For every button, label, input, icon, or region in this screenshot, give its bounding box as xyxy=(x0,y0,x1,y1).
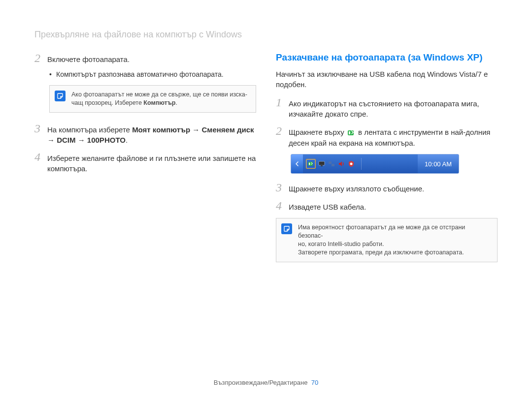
tray-chevron-icon xyxy=(291,154,303,173)
windows-system-tray: 10:00 AM xyxy=(291,154,459,174)
step-text: Щракнете върху в лентата с инструменти в… xyxy=(289,127,498,148)
svg-rect-4 xyxy=(319,161,325,165)
step-text: Изберете желаните файлове и ги плъзнете … xyxy=(47,153,256,174)
svg-rect-3 xyxy=(309,163,310,165)
step-number: 4 xyxy=(34,151,47,163)
note-line-2: чащ прозорец. Изберете Компютър. xyxy=(71,99,250,107)
tray-clock: 10:00 AM xyxy=(418,154,459,173)
document-page: Прехвърляне на файлове на компютър с Win… xyxy=(0,0,532,401)
left-column: 2 Включете фотоапарата. • Компютърът раз… xyxy=(34,52,256,272)
page-footer: Възпроизвеждане/Редактиране 70 xyxy=(0,379,532,386)
tray-divider xyxy=(361,158,362,170)
step-number: 1 xyxy=(276,96,289,108)
svg-rect-6 xyxy=(329,161,332,164)
step-text: На компютъра изберете Моят компютър → См… xyxy=(47,124,256,145)
step-number: 3 xyxy=(276,182,289,193)
footer-text: Възпроизвеждане/Редактиране xyxy=(214,379,308,386)
left-note-box: Ако фотоапаратът не може да се свърже, щ… xyxy=(49,85,256,113)
right-step-2: 2 Щракнете върху в лентата с инструменти… xyxy=(276,125,498,148)
svg-rect-1 xyxy=(349,131,350,134)
svg-rect-5 xyxy=(321,165,323,166)
tray-icons xyxy=(303,159,358,169)
bullet-text: Компютърът разпознава автоматично фотоап… xyxy=(56,70,224,78)
step-number: 3 xyxy=(34,123,47,134)
svg-point-8 xyxy=(350,163,353,165)
svg-rect-7 xyxy=(332,164,334,166)
section-heading: Разкачване на фотоапарата (за Windows XP… xyxy=(276,52,498,63)
right-step-4: 4 Извадете USB кабела. xyxy=(276,200,498,212)
bullet-dot: • xyxy=(49,70,56,78)
note-icon xyxy=(55,91,66,101)
volume-icon xyxy=(337,160,345,168)
shield-icon xyxy=(347,160,355,168)
intro-text: Начинът за изключване на USB кабела под … xyxy=(276,69,498,90)
right-note-box: Има вероятност фотоапаратът да не може д… xyxy=(276,218,498,262)
step-text: Щракнете върху излязлото съобщение. xyxy=(289,184,424,194)
right-step-3: 3 Щракнете върху излязлото съобщение. xyxy=(276,182,498,194)
footer-page-number: 70 xyxy=(311,379,318,386)
right-column: Разкачване на фотоапарата (за Windows XP… xyxy=(276,52,498,272)
network-icon xyxy=(328,160,335,168)
step-text: Включете фотоапарата. xyxy=(47,54,130,64)
step-number: 2 xyxy=(276,125,289,137)
left-step-4: 4 Изберете желаните файлове и ги плъзнет… xyxy=(34,151,256,174)
note-line-2: но, когато Intelli-studio работи. xyxy=(298,240,491,248)
left-step-3: 3 На компютъра изберете Моят компютър → … xyxy=(34,123,256,145)
safely-remove-tray-icon xyxy=(306,159,316,169)
safely-remove-icon xyxy=(346,128,356,138)
step-text: Ако индикаторът на състоянието на фотоап… xyxy=(289,98,498,119)
step-text: Извадете USB кабела. xyxy=(289,202,366,212)
step-number: 4 xyxy=(276,200,289,212)
step-number: 2 xyxy=(34,52,47,64)
note-line-1: Ако фотоапаратът не може да се свърже, щ… xyxy=(71,91,250,99)
right-step-1: 1 Ако индикаторът на състоянието на фото… xyxy=(276,96,498,119)
breadcrumb-title: Прехвърляне на файлове на компютър с Win… xyxy=(34,30,498,40)
monitor-icon xyxy=(318,160,326,168)
note-icon xyxy=(281,223,292,234)
left-bullet: • Компютърът разпознава автоматично фото… xyxy=(49,70,256,78)
content-columns: 2 Включете фотоапарата. • Компютърът раз… xyxy=(34,52,498,272)
note-line-3: Затворете програмата, преди да изключите… xyxy=(298,248,491,257)
note-line-1: Има вероятност фотоапаратът да не може д… xyxy=(298,223,491,240)
left-step-2: 2 Включете фотоапарата. xyxy=(34,52,256,64)
